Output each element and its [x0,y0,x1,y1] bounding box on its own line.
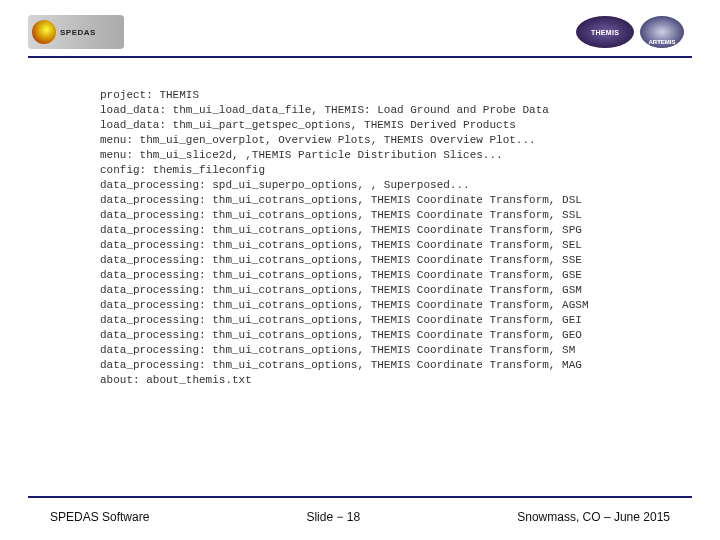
mission-logos: THEMIS ARTEMIS [576,16,684,48]
spedas-logo-text: SPEDAS [60,28,96,37]
config-text-block: project: THEMIS load_data: thm_ui_load_d… [100,88,690,388]
divider-top [28,56,692,58]
footer-center: Slide − 18 [306,510,360,524]
themis-badge-icon: THEMIS [576,16,634,48]
spedas-logo: SPEDAS [28,15,124,49]
artemis-badge-label: ARTEMIS [649,39,676,45]
footer-left: SPEDAS Software [50,510,149,524]
logo-orb-icon [32,20,56,44]
footer-right: Snowmass, CO – June 2015 [517,510,670,524]
footer: SPEDAS Software Slide − 18 Snowmass, CO … [0,510,720,524]
divider-bottom [28,496,692,498]
header: SPEDAS THEMIS ARTEMIS [0,8,720,56]
themis-badge-label: THEMIS [591,29,619,36]
artemis-badge-icon: ARTEMIS [640,16,684,48]
